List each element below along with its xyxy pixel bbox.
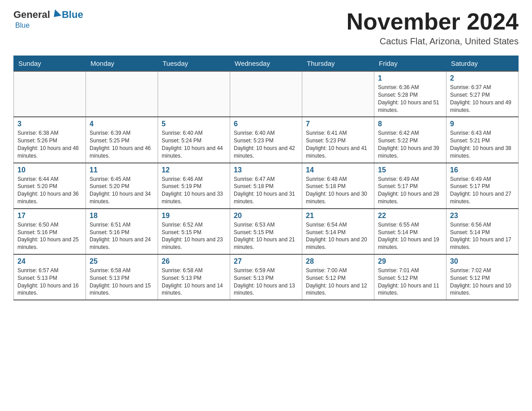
day-info: Sunrise: 6:46 AM Sunset: 5:19 PM Dayligh…: [162, 176, 226, 206]
day-info: Sunrise: 6:40 AM Sunset: 5:24 PM Dayligh…: [162, 129, 226, 159]
day-number: 25: [90, 257, 154, 265]
day-info: Sunrise: 6:58 AM Sunset: 5:13 PM Dayligh…: [90, 267, 154, 297]
weekday-header-thursday: Thursday: [302, 56, 374, 72]
day-number: 28: [306, 257, 370, 265]
day-info: Sunrise: 6:36 AM Sunset: 5:28 PM Dayligh…: [378, 84, 442, 114]
calendar-cell: [86, 71, 158, 117]
logo-triangle-icon: [51, 9, 61, 20]
day-info: Sunrise: 6:42 AM Sunset: 5:22 PM Dayligh…: [378, 129, 442, 159]
logo-underline: Blue: [15, 21, 30, 30]
day-number: 22: [378, 212, 442, 220]
day-info: Sunrise: 6:41 AM Sunset: 5:23 PM Dayligh…: [306, 129, 370, 159]
calendar-cell: 4Sunrise: 6:39 AM Sunset: 5:25 PM Daylig…: [86, 117, 158, 163]
weekday-header-friday: Friday: [374, 56, 446, 72]
day-number: 13: [234, 166, 298, 174]
calendar-cell: 12Sunrise: 6:46 AM Sunset: 5:19 PM Dayli…: [158, 163, 230, 209]
day-info: Sunrise: 6:47 AM Sunset: 5:18 PM Dayligh…: [234, 176, 298, 206]
day-number: 24: [17, 257, 82, 265]
day-number: 4: [90, 120, 154, 128]
day-info: Sunrise: 6:57 AM Sunset: 5:13 PM Dayligh…: [17, 267, 82, 297]
day-number: 11: [90, 166, 154, 174]
day-info: Sunrise: 6:54 AM Sunset: 5:14 PM Dayligh…: [306, 221, 370, 251]
calendar-cell: 21Sunrise: 6:54 AM Sunset: 5:14 PM Dayli…: [302, 209, 374, 254]
logo-blue: Blue: [62, 9, 83, 21]
day-info: Sunrise: 6:39 AM Sunset: 5:25 PM Dayligh…: [90, 129, 154, 159]
calendar-cell: 27Sunrise: 6:59 AM Sunset: 5:13 PM Dayli…: [230, 254, 302, 300]
calendar-cell: 2Sunrise: 6:37 AM Sunset: 5:27 PM Daylig…: [446, 71, 519, 117]
calendar-cell: 16Sunrise: 6:49 AM Sunset: 5:17 PM Dayli…: [446, 163, 519, 209]
calendar-cell: 8Sunrise: 6:42 AM Sunset: 5:22 PM Daylig…: [374, 117, 446, 163]
day-number: 5: [162, 120, 226, 128]
day-info: Sunrise: 6:38 AM Sunset: 5:26 PM Dayligh…: [17, 129, 82, 159]
calendar-cell: 24Sunrise: 6:57 AM Sunset: 5:13 PM Dayli…: [14, 254, 86, 300]
day-info: Sunrise: 6:53 AM Sunset: 5:15 PM Dayligh…: [234, 221, 298, 251]
calendar-cell: 1Sunrise: 6:36 AM Sunset: 5:28 PM Daylig…: [374, 71, 446, 117]
day-number: 15: [378, 166, 442, 174]
day-number: 26: [162, 257, 226, 265]
calendar-cell: 20Sunrise: 6:53 AM Sunset: 5:15 PM Dayli…: [230, 209, 302, 254]
day-info: Sunrise: 6:40 AM Sunset: 5:23 PM Dayligh…: [234, 129, 298, 159]
day-number: 10: [17, 166, 82, 174]
day-number: 9: [450, 120, 515, 128]
day-info: Sunrise: 6:49 AM Sunset: 5:17 PM Dayligh…: [450, 176, 515, 206]
calendar-cell: 22Sunrise: 6:55 AM Sunset: 5:14 PM Dayli…: [374, 209, 446, 254]
day-info: Sunrise: 6:51 AM Sunset: 5:16 PM Dayligh…: [90, 221, 154, 251]
day-number: 23: [450, 212, 515, 220]
calendar-cell: 23Sunrise: 6:56 AM Sunset: 5:14 PM Dayli…: [446, 209, 519, 254]
day-number: 29: [378, 257, 442, 265]
location-title: Cactus Flat, Arizona, United States: [347, 36, 519, 47]
weekday-header-row: SundayMondayTuesdayWednesdayThursdayFrid…: [14, 56, 519, 72]
day-info: Sunrise: 6:56 AM Sunset: 5:14 PM Dayligh…: [450, 221, 515, 251]
day-number: 8: [378, 120, 442, 128]
calendar-cell: 30Sunrise: 7:02 AM Sunset: 5:12 PM Dayli…: [446, 254, 519, 300]
day-number: 1: [378, 74, 442, 82]
calendar-cell: 26Sunrise: 6:58 AM Sunset: 5:13 PM Dayli…: [158, 254, 230, 300]
calendar-cell: [230, 71, 302, 117]
calendar-table: SundayMondayTuesdayWednesdayThursdayFrid…: [13, 56, 519, 300]
day-info: Sunrise: 6:44 AM Sunset: 5:20 PM Dayligh…: [17, 176, 82, 206]
weekday-header-monday: Monday: [86, 56, 158, 72]
week-row-5: 24Sunrise: 6:57 AM Sunset: 5:13 PM Dayli…: [14, 254, 519, 300]
day-info: Sunrise: 6:50 AM Sunset: 5:16 PM Dayligh…: [17, 221, 82, 251]
day-info: Sunrise: 6:49 AM Sunset: 5:17 PM Dayligh…: [378, 176, 442, 206]
calendar-cell: [302, 71, 374, 117]
calendar-cell: [14, 71, 86, 117]
calendar-cell: 6Sunrise: 6:40 AM Sunset: 5:23 PM Daylig…: [230, 117, 302, 163]
calendar-cell: 25Sunrise: 6:58 AM Sunset: 5:13 PM Dayli…: [86, 254, 158, 300]
week-row-1: 1Sunrise: 6:36 AM Sunset: 5:28 PM Daylig…: [14, 71, 519, 117]
title-area: November 2024 Cactus Flat, Arizona, Unit…: [347, 9, 519, 47]
calendar-cell: 10Sunrise: 6:44 AM Sunset: 5:20 PM Dayli…: [14, 163, 86, 209]
weekday-header-saturday: Saturday: [446, 56, 519, 72]
day-number: 7: [306, 120, 370, 128]
day-number: 18: [90, 212, 154, 220]
day-info: Sunrise: 6:55 AM Sunset: 5:14 PM Dayligh…: [378, 221, 442, 251]
day-number: 30: [450, 257, 515, 265]
calendar-cell: 19Sunrise: 6:52 AM Sunset: 5:15 PM Dayli…: [158, 209, 230, 254]
weekday-header-tuesday: Tuesday: [158, 56, 230, 72]
page-header: General Blue Blue November 2024 Cactus F…: [13, 9, 519, 47]
day-number: 20: [234, 212, 298, 220]
day-info: Sunrise: 7:01 AM Sunset: 5:12 PM Dayligh…: [378, 267, 442, 297]
day-info: Sunrise: 6:45 AM Sunset: 5:20 PM Dayligh…: [90, 176, 154, 206]
day-number: 27: [234, 257, 298, 265]
calendar-cell: 7Sunrise: 6:41 AM Sunset: 5:23 PM Daylig…: [302, 117, 374, 163]
calendar-cell: 15Sunrise: 6:49 AM Sunset: 5:17 PM Dayli…: [374, 163, 446, 209]
week-row-4: 17Sunrise: 6:50 AM Sunset: 5:16 PM Dayli…: [14, 209, 519, 254]
day-number: 14: [306, 166, 370, 174]
calendar-cell: 5Sunrise: 6:40 AM Sunset: 5:24 PM Daylig…: [158, 117, 230, 163]
day-info: Sunrise: 6:52 AM Sunset: 5:15 PM Dayligh…: [162, 221, 226, 251]
day-number: 2: [450, 74, 515, 82]
day-number: 17: [17, 212, 82, 220]
day-number: 16: [450, 166, 515, 174]
calendar-cell: 29Sunrise: 7:01 AM Sunset: 5:12 PM Dayli…: [374, 254, 446, 300]
week-row-2: 3Sunrise: 6:38 AM Sunset: 5:26 PM Daylig…: [14, 117, 519, 163]
day-number: 19: [162, 212, 226, 220]
logo-general: General: [13, 9, 50, 21]
calendar-cell: 18Sunrise: 6:51 AM Sunset: 5:16 PM Dayli…: [86, 209, 158, 254]
calendar-cell: 13Sunrise: 6:47 AM Sunset: 5:18 PM Dayli…: [230, 163, 302, 209]
calendar-cell: 14Sunrise: 6:48 AM Sunset: 5:18 PM Dayli…: [302, 163, 374, 209]
calendar-cell: 11Sunrise: 6:45 AM Sunset: 5:20 PM Dayli…: [86, 163, 158, 209]
calendar-cell: 3Sunrise: 6:38 AM Sunset: 5:26 PM Daylig…: [14, 117, 86, 163]
calendar-cell: 9Sunrise: 6:43 AM Sunset: 5:21 PM Daylig…: [446, 117, 519, 163]
day-number: 21: [306, 212, 370, 220]
